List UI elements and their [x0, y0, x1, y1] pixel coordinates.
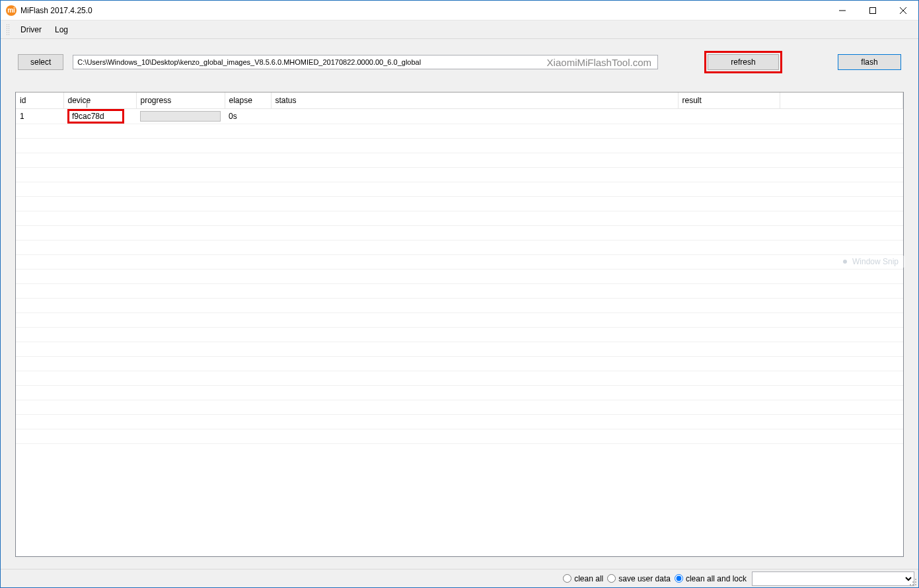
col-header-blank — [780, 92, 903, 108]
table-row — [16, 167, 903, 182]
table-row — [16, 225, 903, 240]
cell-id: 1 — [16, 108, 63, 124]
table-row — [16, 371, 903, 385]
table-row — [16, 400, 903, 414]
radio-clean-all-and-lock-input[interactable] — [675, 574, 683, 583]
menu-log[interactable]: Log — [48, 22, 75, 37]
table-row — [16, 414, 903, 429]
footer-dropdown[interactable] — [752, 571, 914, 586]
svg-point-4 — [915, 579, 916, 580]
app-icon-glyph: mi — [7, 7, 15, 14]
cell-status — [271, 108, 678, 124]
table-row — [16, 269, 903, 283]
radio-clean-all-and-lock-label: clean all and lock — [686, 574, 747, 583]
titlebar: mi MiFlash 2017.4.25.0 — [1, 1, 918, 20]
top-toolbar: select XiaomiMiFlashTool.com refresh fla… — [10, 51, 909, 73]
svg-rect-1 — [870, 7, 876, 13]
radio-save-user-data-label: save user data — [618, 574, 671, 583]
device-grid: id device progress elapse status result … — [15, 92, 904, 557]
minimize-icon — [839, 7, 846, 14]
table-row — [16, 124, 903, 138]
path-input[interactable] — [73, 55, 658, 69]
table-row — [16, 240, 903, 254]
table-row — [16, 283, 903, 298]
table-row — [16, 298, 903, 312]
cell-result — [678, 108, 780, 124]
client-area: select XiaomiMiFlashTool.com refresh fla… — [1, 39, 918, 569]
radio-clean-all-and-lock[interactable]: clean all and lock — [675, 574, 747, 583]
window-snip-overlay: Window Snip — [836, 256, 905, 268]
table-row[interactable]: 1 f9cac78d 0s — [16, 108, 903, 124]
table-row — [16, 342, 903, 356]
menubar: Driver Log — [1, 20, 918, 39]
menu-driver[interactable]: Driver — [14, 22, 48, 37]
app-window: mi MiFlash 2017.4.25.0 Driver Log select… — [0, 0, 919, 588]
table-row — [16, 254, 903, 269]
col-header-status[interactable]: status — [271, 92, 678, 108]
refresh-highlight: refresh — [704, 51, 782, 73]
table-row — [16, 327, 903, 342]
cell-device: f9cac78d — [63, 108, 136, 124]
table-row — [16, 138, 903, 153]
table-row — [16, 385, 903, 400]
table-row — [16, 312, 903, 327]
svg-point-6 — [912, 581, 914, 583]
col-header-id[interactable]: id — [16, 92, 63, 108]
progress-bar — [140, 111, 221, 122]
col-header-elapse[interactable]: elapse — [225, 92, 271, 108]
col-header-progress[interactable]: progress — [136, 92, 225, 108]
svg-point-8 — [912, 584, 914, 585]
svg-point-7 — [915, 584, 916, 585]
resize-grip-icon[interactable] — [909, 578, 917, 586]
svg-point-5 — [915, 581, 916, 583]
footer: clean all save user data clean all and l… — [1, 569, 918, 587]
maximize-button[interactable] — [858, 1, 888, 20]
radio-clean-all-label: clean all — [574, 574, 603, 583]
table-row — [16, 182, 903, 196]
svg-point-9 — [910, 584, 911, 585]
table-header-row: id device progress elapse status result — [16, 92, 903, 108]
device-table: id device progress elapse status result … — [16, 92, 903, 444]
minimize-button[interactable] — [827, 1, 858, 20]
refresh-button[interactable]: refresh — [708, 54, 779, 70]
app-icon: mi — [6, 5, 17, 16]
close-icon — [900, 7, 906, 14]
toolbar-grip-icon — [6, 24, 10, 36]
select-button[interactable]: select — [18, 54, 63, 70]
col-header-device[interactable]: device — [63, 92, 136, 108]
flash-mode-radios: clean all save user data clean all and l… — [563, 574, 747, 583]
col-header-result[interactable]: result — [678, 92, 780, 108]
cell-elapse: 0s — [225, 108, 271, 124]
ruler-tick — [87, 102, 87, 108]
table-row — [16, 196, 903, 211]
radio-clean-all-input[interactable] — [563, 574, 571, 583]
flash-button[interactable]: flash — [838, 54, 901, 70]
maximize-icon — [869, 7, 876, 14]
window-title: MiFlash 2017.4.25.0 — [20, 6, 92, 15]
table-row — [16, 429, 903, 443]
device-highlight: f9cac78d — [67, 109, 124, 124]
radio-clean-all[interactable]: clean all — [563, 574, 603, 583]
dot-icon — [843, 260, 847, 264]
path-wrapper: XiaomiMiFlashTool.com — [73, 55, 658, 69]
table-row — [16, 153, 903, 167]
close-button[interactable] — [888, 1, 918, 20]
radio-save-user-data-input[interactable] — [607, 574, 616, 583]
table-row — [16, 211, 903, 225]
radio-save-user-data[interactable]: save user data — [607, 574, 671, 583]
table-row — [16, 356, 903, 371]
cell-progress — [136, 108, 225, 124]
window-snip-label: Window Snip — [852, 257, 899, 266]
